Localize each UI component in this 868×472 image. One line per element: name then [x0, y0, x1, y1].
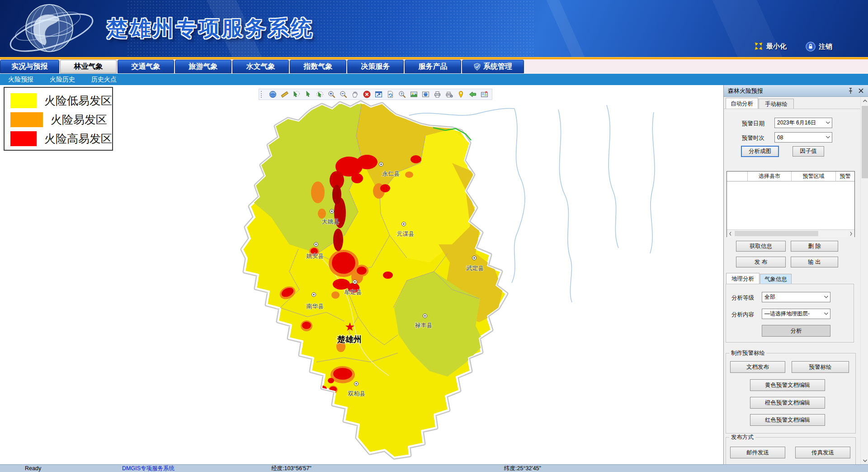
tab-auto-analysis[interactable]: 自动分析 — [726, 98, 758, 109]
publish-button[interactable]: 发 布 — [736, 257, 786, 267]
tab-weather-info[interactable]: 气象信息 — [760, 274, 792, 284]
refresh-page-icon[interactable] — [387, 91, 394, 98]
yellow-warning-doc-button[interactable]: 黄色预警文档编辑 — [750, 379, 825, 391]
tab-decision-service[interactable]: 决策服务 — [347, 60, 404, 73]
subnav-historical-fire-points[interactable]: 历史火点 — [91, 76, 117, 84]
analysis-level-select[interactable]: 全部 — [762, 292, 830, 302]
export-button[interactable]: 输 出 — [791, 257, 838, 267]
overview-map-icon[interactable] — [481, 91, 488, 98]
full-extent-icon[interactable] — [375, 91, 382, 98]
legend-label-low: 火险低易发区 — [44, 93, 112, 108]
legend-swatch-low — [10, 93, 37, 108]
warn-time-label: 预警时次 — [742, 134, 764, 142]
orange-warning-doc-button[interactable]: 橙色预警文档编辑 — [750, 397, 825, 409]
factor-value-button[interactable]: 因子值 — [793, 146, 824, 157]
warn-date-label: 预警日期 — [742, 120, 764, 128]
plot-group-label: 制作预警标绘 — [729, 349, 767, 357]
tab-geo-analysis[interactable]: 地理分析 — [726, 273, 760, 284]
doc-publish-button[interactable]: 文档发布 — [730, 361, 785, 373]
zoom-in-icon[interactable] — [328, 91, 335, 98]
red-warning-doc-button[interactable]: 红色预警文档编辑 — [750, 414, 825, 426]
h-scrollbar-thumb[interactable] — [735, 231, 818, 236]
header-banner: 楚雄州专项服务系统 最小化 注销 — [0, 0, 868, 57]
county-label: 牟定县 — [344, 289, 362, 296]
go-back-icon[interactable] — [469, 91, 476, 98]
tab-tourism-weather[interactable]: 旅游气象 — [175, 60, 231, 73]
county-label: 大姚县 — [322, 218, 340, 225]
tab-manual-plot[interactable]: 手动标绘 — [759, 99, 794, 109]
chevron-down-icon — [824, 296, 828, 298]
fax-send-button[interactable]: 传真发送 — [795, 447, 850, 458]
get-info-button[interactable]: 获取信息 — [736, 241, 786, 252]
minimize-icon — [754, 42, 763, 51]
status-longitude: 经度:103°56'57" — [271, 465, 311, 472]
sub-nav-bar: 火险预报 火险历史 历史火点 — [0, 74, 868, 85]
tab-hydrology-weather[interactable]: 水文气象 — [232, 60, 289, 73]
logout-button[interactable]: 注销 — [806, 42, 832, 52]
chevron-down-icon — [826, 121, 830, 124]
county-label: 武定县 — [466, 265, 484, 272]
map-legend: 火险低易发区 火险易发区 火险高易发区 — [4, 87, 113, 151]
tab-system-management[interactable]: 系统管理 — [462, 60, 524, 73]
status-bar: Ready DMGIS专项服务系统 经度:103°56'57" 纬度:25°32… — [0, 464, 868, 472]
map-toolbar: ? — [259, 89, 492, 100]
identify-icon[interactable]: ? — [398, 91, 406, 98]
analysis-content-select[interactable]: —请选择地理图层- — [762, 309, 830, 319]
map-image-icon[interactable] — [422, 91, 429, 98]
app-title: 楚雄州专项服务系统 — [107, 14, 314, 43]
legend-label-medium: 火险易发区 — [51, 112, 107, 127]
svg-text:?: ? — [401, 92, 403, 96]
warning-table: 选择县市 预警区域 预警 — [726, 171, 855, 237]
stop-icon[interactable] — [363, 91, 371, 98]
tab-service-products[interactable]: 服务产品 — [405, 60, 461, 73]
warn-date-select[interactable]: 2023年 6月16日 — [774, 118, 832, 128]
measure-icon[interactable] — [281, 91, 288, 98]
county-label: 禄丰县 — [415, 322, 433, 329]
scroll-left-button[interactable] — [727, 230, 734, 237]
add-marker-icon[interactable] — [457, 91, 465, 98]
toolbar-grip[interactable] — [261, 91, 263, 98]
prefecture-label: 楚雄州 — [337, 335, 362, 344]
warning-plot-button[interactable]: 预警标绘 — [792, 361, 849, 373]
analysis-content-label: 分析内容 — [731, 311, 754, 319]
legend-swatch-high — [10, 131, 37, 146]
export-image-icon[interactable] — [410, 91, 418, 98]
close-icon[interactable] — [858, 88, 864, 94]
tab-traffic-weather[interactable]: 交通气象 — [118, 60, 174, 73]
email-send-button[interactable]: 邮件发送 — [730, 447, 785, 458]
table-header-warning: 预警 — [836, 172, 854, 181]
scrollbar-thumb[interactable] — [862, 106, 868, 178]
county-label: 双柏县 — [348, 390, 366, 397]
minimize-button[interactable]: 最小化 — [754, 42, 787, 51]
legend-swatch-medium — [10, 112, 43, 127]
table-h-scrollbar[interactable] — [727, 229, 854, 237]
tab-index-weather[interactable]: 指数气象 — [290, 60, 346, 73]
scroll-up-button[interactable] — [861, 97, 868, 105]
panel-title-bar: 森林火险预报 — [724, 85, 868, 97]
print-setup-icon[interactable] — [445, 91, 453, 98]
pan-hand-icon[interactable] — [351, 91, 359, 98]
scroll-right-button[interactable] — [848, 230, 854, 237]
select-feature-icon[interactable] — [304, 91, 312, 98]
subnav-fire-risk-forecast[interactable]: 火险预报 — [8, 76, 33, 84]
scroll-down-button[interactable] — [861, 457, 868, 464]
analyze-button[interactable]: 分析 — [762, 325, 830, 337]
subnav-fire-risk-history[interactable]: 火险历史 — [50, 76, 75, 84]
lock-icon — [806, 42, 816, 52]
select-circle-icon[interactable] — [316, 91, 324, 98]
analyze-map-button[interactable]: 分析成图 — [741, 146, 779, 157]
legend-row-medium: 火险易发区 — [10, 110, 112, 129]
print-icon[interactable] — [434, 91, 441, 98]
select-polygon-icon[interactable] — [292, 91, 300, 98]
county-label: 元谋县 — [397, 230, 415, 237]
panel-scrollbar[interactable] — [860, 97, 868, 464]
county-label: 姚安县 — [307, 253, 324, 259]
pin-icon[interactable] — [848, 88, 854, 94]
warn-time-select[interactable]: 08 — [774, 132, 832, 143]
delete-button[interactable]: 删 除 — [791, 241, 838, 252]
zoom-out-icon[interactable] — [340, 91, 347, 98]
county-label: 永仁县 — [382, 170, 400, 177]
globe-icon[interactable] — [269, 91, 277, 98]
tab-live-forecast[interactable]: 实况与预报 — [0, 60, 59, 73]
tab-forestry-weather[interactable]: 林业气象 — [60, 60, 117, 73]
